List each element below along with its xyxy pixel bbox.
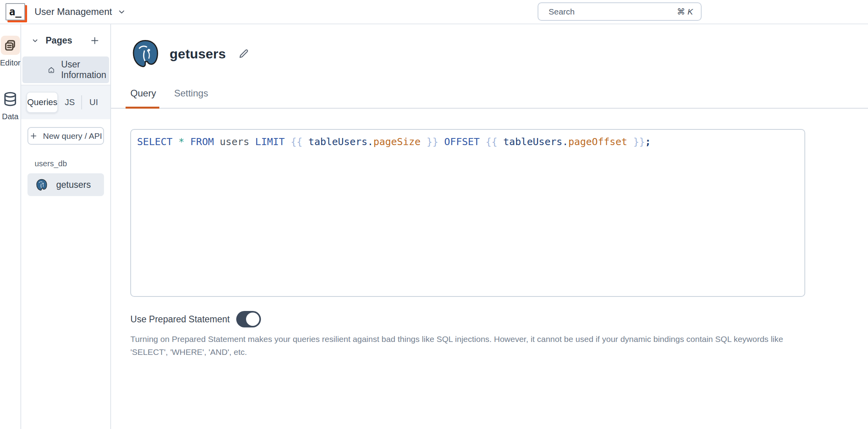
rail-label-editor: Editor	[0, 58, 20, 67]
data-icon-background	[1, 89, 20, 109]
query-title: getusers	[170, 46, 226, 62]
home-icon	[47, 65, 55, 75]
sql-editor[interactable]: SELECT * FROM users LIMIT {{ tableUsers.…	[130, 129, 805, 297]
new-query-button[interactable]: New query / API	[27, 127, 104, 145]
search-input[interactable]: Search ⌘ K	[538, 2, 702, 21]
shortcut-key-label: K	[687, 7, 693, 16]
chevron-down-icon	[31, 37, 39, 44]
appsmith-logo[interactable]: a_	[5, 3, 25, 20]
tab-settings[interactable]: Settings	[174, 88, 208, 108]
command-key-icon: ⌘	[677, 7, 685, 16]
page-item-user-information[interactable]: User Information	[22, 56, 109, 83]
page-item-label: User Information	[61, 59, 109, 80]
query-item-getusers[interactable]: getusers	[27, 173, 104, 196]
database-icon	[2, 91, 18, 107]
tab-query[interactable]: Query	[130, 88, 156, 108]
helper-line-1: Turning on Prepared Statement makes your…	[130, 333, 868, 345]
pages-collapse-button[interactable]	[31, 37, 39, 44]
sql-statement: SELECT * FROM users LIMIT {{ tableUsers.…	[137, 135, 799, 149]
new-query-label: New query / API	[43, 131, 102, 141]
queries-panel: New query / API users_db getusers	[21, 119, 110, 429]
prepared-statement-helper: Turning on Prepared Statement makes your…	[130, 333, 868, 358]
chevron-down-icon	[117, 7, 126, 16]
search-placeholder: Search	[549, 7, 575, 16]
pages-header: Pages	[21, 24, 110, 56]
top-bar: a_ User Management Search ⌘ K	[0, 0, 868, 24]
helper-line-2: 'SELECT', 'WHERE', 'AND', etc.	[130, 345, 868, 358]
query-item-label: getusers	[56, 180, 91, 190]
pages-title: Pages	[46, 35, 72, 46]
postgresql-icon	[35, 179, 47, 191]
rail-label-data: Data	[2, 112, 18, 121]
tab-js[interactable]: JS	[58, 97, 81, 107]
datasource-group-label: users_db	[35, 159, 104, 168]
rail-item-data[interactable]: Data	[1, 89, 20, 121]
tab-queries[interactable]: Queries	[26, 92, 58, 113]
query-editor-tabs: Query Settings	[111, 88, 868, 109]
app-title: User Management	[35, 6, 112, 17]
plus-icon	[29, 132, 38, 140]
pages-icon	[4, 39, 17, 52]
add-page-button[interactable]	[89, 35, 100, 46]
toggle-knob	[246, 313, 259, 326]
app-title-menu[interactable]: User Management	[35, 6, 126, 17]
main-panel: getusers Query Settings SELECT * FROM us…	[111, 24, 868, 429]
plus-icon	[89, 35, 100, 46]
entity-tabs: Queries JS UI	[21, 85, 110, 119]
query-header: getusers	[130, 39, 868, 68]
pencil-icon	[238, 48, 250, 60]
sidebar: Pages User Information Queries JS UI	[21, 24, 111, 429]
postgresql-icon	[130, 39, 159, 68]
rename-query-button[interactable]	[238, 48, 250, 60]
tab-ui[interactable]: UI	[82, 97, 105, 107]
prepared-statement-toggle[interactable]	[236, 311, 261, 327]
prepared-statement-label: Use Prepared Statement	[130, 314, 230, 325]
editor-icon-background	[1, 36, 20, 55]
prepared-statement-section: Use Prepared Statement Turning on Prepar…	[130, 311, 868, 358]
left-rail: Editor Data	[0, 24, 21, 429]
rail-item-editor[interactable]: Editor	[0, 36, 20, 67]
